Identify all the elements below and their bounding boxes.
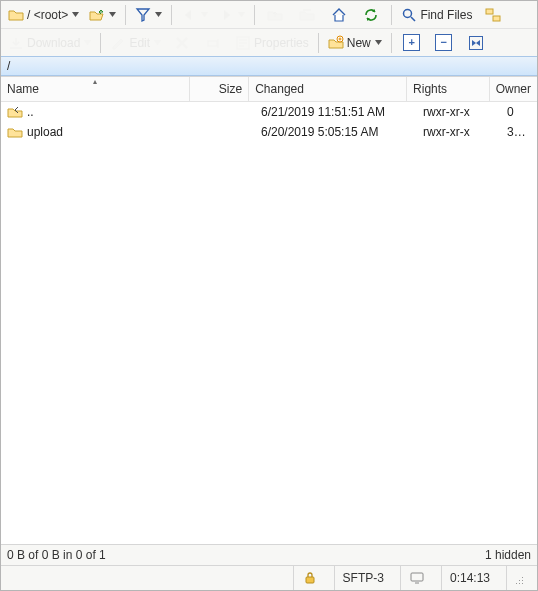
filter-icon (135, 7, 151, 23)
folder-root-icon (299, 7, 315, 23)
properties-icon (235, 35, 251, 51)
toolbar-navigation: / <root> (1, 1, 537, 28)
row-changed: 6/20/2019 5:05:15 AM (255, 125, 417, 139)
new-label: New (347, 36, 371, 50)
col-size[interactable]: Size (190, 77, 249, 101)
ftp-window: / <root> (0, 0, 538, 591)
row-owner: 0 (501, 105, 537, 119)
delete-button[interactable] (168, 32, 196, 54)
edit-button[interactable]: Edit (107, 32, 164, 54)
protocol-label: SFTP-3 (343, 571, 384, 585)
col-changed[interactable]: Changed (249, 77, 407, 101)
svg-rect-2 (493, 16, 500, 21)
security-cell[interactable] (293, 566, 326, 590)
col-name-label: Name (7, 82, 39, 96)
invert-box-icon (468, 35, 484, 51)
find-files-button[interactable]: Find Files (398, 4, 475, 26)
download-icon (8, 35, 24, 51)
select-all-button[interactable]: + (398, 32, 426, 54)
status-bar: 0 B of 0 B in 0 of 1 1 hidden (1, 544, 537, 565)
svg-rect-3 (208, 41, 217, 46)
chevron-down-icon (109, 11, 116, 18)
arrow-right-icon (218, 7, 234, 23)
sort-asc-icon: ▴ (93, 77, 97, 86)
refresh-icon (363, 7, 379, 23)
chevron-down-icon (375, 39, 382, 46)
elapsed-cell[interactable]: 0:14:13 (441, 566, 498, 590)
chevron-down-icon (154, 39, 161, 46)
edit-icon (110, 35, 126, 51)
footer-spacer (7, 566, 285, 590)
unselect-all-button[interactable]: − (430, 32, 458, 54)
forward-button[interactable] (215, 4, 248, 26)
properties-button[interactable]: Properties (232, 32, 312, 54)
properties-label: Properties (254, 36, 309, 50)
current-path: / (7, 59, 10, 73)
row-rights: rwxr-xr-x (417, 105, 501, 119)
col-changed-label: Changed (255, 82, 304, 96)
home-button[interactable] (325, 4, 353, 26)
back-button[interactable] (178, 4, 211, 26)
folder-new-icon (328, 35, 344, 51)
open-folder-button[interactable] (86, 4, 119, 26)
footer-bar: SFTP-3 0:14:13 (1, 565, 537, 590)
filter-button[interactable] (132, 4, 165, 26)
elapsed-label: 0:14:13 (450, 571, 490, 585)
root-dir-button[interactable] (293, 4, 321, 26)
col-owner-label: Owner (496, 82, 531, 96)
separator (100, 33, 101, 53)
resize-grip[interactable] (506, 566, 527, 590)
monitor-icon (409, 570, 425, 586)
table-row[interactable]: .. 6/21/2019 11:51:51 AM rwxr-xr-x 0 (1, 102, 537, 122)
sync-icon (485, 7, 501, 23)
sync-folders-button[interactable] (479, 4, 507, 26)
chevron-down-icon (84, 39, 91, 46)
search-icon (401, 7, 417, 23)
row-owner: 3789 (501, 125, 537, 139)
protocol-cell[interactable]: SFTP-3 (334, 566, 392, 590)
new-button[interactable]: New (325, 32, 385, 54)
row-rights: rwxr-xr-x (417, 125, 501, 139)
path-bar[interactable]: / (1, 56, 537, 76)
row-name: upload (27, 125, 63, 139)
folder-open-icon (89, 7, 105, 23)
col-owner[interactable]: Owner (490, 77, 537, 101)
grip-icon (509, 570, 525, 586)
download-label: Download (27, 36, 80, 50)
folder-icon (8, 7, 24, 23)
current-folder-picker[interactable]: / <root> (5, 4, 82, 26)
folder-up-icon (267, 7, 283, 23)
invert-selection-button[interactable] (462, 32, 490, 54)
col-size-label: Size (219, 82, 242, 96)
svg-rect-8 (411, 573, 423, 581)
home-icon (331, 7, 347, 23)
lock-icon (302, 570, 318, 586)
chevron-down-icon (238, 11, 245, 18)
session-cell[interactable] (400, 566, 433, 590)
rename-icon (206, 35, 222, 51)
minus-box-icon: − (435, 34, 452, 51)
find-files-label: Find Files (420, 8, 472, 22)
plus-box-icon: + (403, 34, 420, 51)
col-name[interactable]: Name ▴ (1, 77, 190, 101)
file-rows: .. 6/21/2019 11:51:51 AM rwxr-xr-x 0 upl… (1, 102, 537, 544)
svg-rect-7 (306, 577, 314, 583)
download-button[interactable]: Download (5, 32, 94, 54)
parent-dir-button[interactable] (261, 4, 289, 26)
svg-point-0 (404, 9, 412, 17)
separator (254, 5, 255, 25)
chevron-down-icon (201, 11, 208, 18)
path-label: / <root> (27, 8, 68, 22)
col-rights[interactable]: Rights (407, 77, 490, 101)
status-left: 0 B of 0 B in 0 of 1 (7, 548, 106, 562)
separator (318, 33, 319, 53)
status-right: 1 hidden (485, 548, 531, 562)
refresh-button[interactable] (357, 4, 385, 26)
table-row[interactable]: upload 6/20/2019 5:05:15 AM rwxr-xr-x 37… (1, 122, 537, 142)
file-pane: Name ▴ Size Changed Rights Owner .. 6/21… (1, 76, 537, 544)
rename-button[interactable] (200, 32, 228, 54)
separator (391, 5, 392, 25)
chevron-down-icon (72, 11, 79, 18)
row-name: .. (27, 105, 34, 119)
arrow-left-icon (181, 7, 197, 23)
